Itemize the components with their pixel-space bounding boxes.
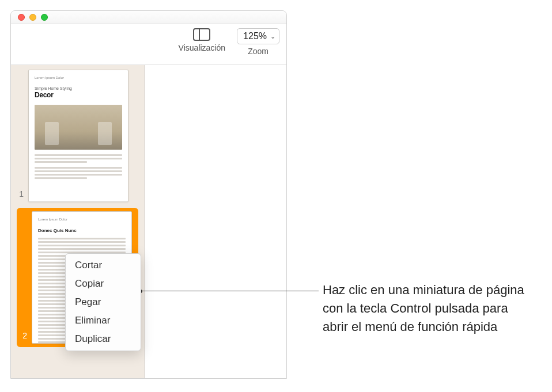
zoom-dropdown[interactable]: 125% ⌄ <box>237 28 279 44</box>
page-number: 2 <box>20 331 27 340</box>
zoom-label: Zoom <box>248 47 269 56</box>
zoom-value: 125% <box>243 31 267 41</box>
context-menu: Cortar Copiar Pegar Eliminar Duplicar <box>65 253 141 351</box>
thumb-subtitle: Simple Home Styling <box>35 86 122 90</box>
toolbar: Visualización 125% ⌄ Zoom <box>11 24 286 65</box>
menu-item-cut[interactable]: Cortar <box>66 256 141 275</box>
thumb-kicker: Lorem Ipsum Dolor <box>35 76 122 79</box>
menu-item-copy[interactable]: Copiar <box>66 275 141 293</box>
page-thumbnail-preview: Lorem Ipsum Dolor Simple Home Styling De… <box>28 70 128 202</box>
window-maximize-button[interactable] <box>41 14 48 21</box>
page-thumbnail-1[interactable]: 1 Lorem Ipsum Dolor Simple Home Styling … <box>17 70 138 202</box>
menu-item-delete[interactable]: Eliminar <box>66 311 141 330</box>
window-minimize-button[interactable] <box>29 14 36 21</box>
menu-item-duplicate[interactable]: Duplicar <box>66 330 141 348</box>
document-canvas[interactable] <box>145 65 286 378</box>
view-toggle-group: Visualización <box>179 28 225 52</box>
thumb-kicker: Lorem Ipsum Dolor <box>38 218 126 221</box>
zoom-group: 125% ⌄ Zoom <box>237 28 279 56</box>
chevron-down-icon: ⌄ <box>270 33 275 40</box>
thumb-title: Decor <box>35 91 122 99</box>
callout-leader-line <box>141 291 319 291</box>
app-window: Visualización 125% ⌄ Zoom 1 Lorem Ipsum … <box>10 10 287 379</box>
content-row: 1 Lorem Ipsum Dolor Simple Home Styling … <box>11 65 286 378</box>
menu-item-paste[interactable]: Pegar <box>66 293 141 311</box>
titlebar <box>11 11 286 24</box>
page-number: 1 <box>17 189 24 199</box>
sidebar-toggle-icon[interactable] <box>193 28 210 41</box>
view-label: Visualización <box>179 43 225 52</box>
thumb-body-lines <box>35 154 122 179</box>
thumb-hero-image <box>35 105 122 150</box>
window-close-button[interactable] <box>18 14 25 21</box>
thumb-heading: Donec Quis Nunc <box>38 228 126 233</box>
callout-text: Haz clic en una miniatura de página con … <box>323 281 536 336</box>
